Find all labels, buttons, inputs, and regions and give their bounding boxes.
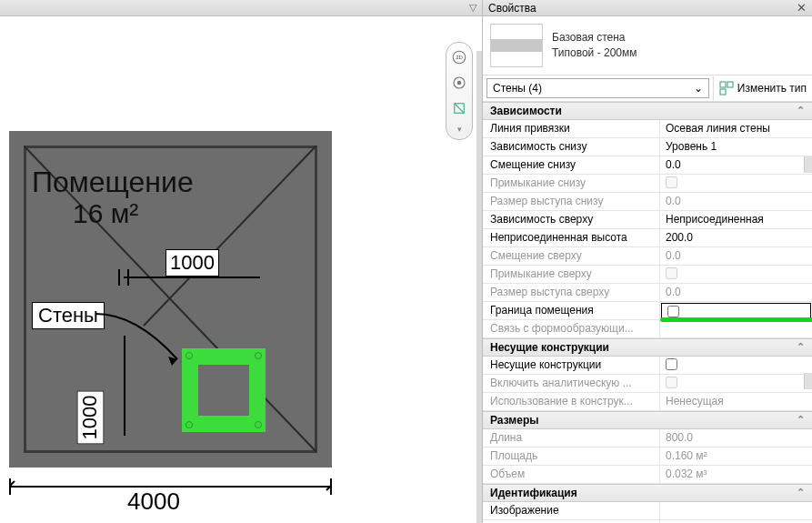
view-navbar: 2D ▾ xyxy=(446,42,473,140)
property-row[interactable]: Длина800.0 xyxy=(483,429,812,448)
property-value[interactable] xyxy=(660,502,812,519)
edit-type-icon xyxy=(719,81,734,96)
property-checkbox xyxy=(666,377,677,388)
group-header[interactable]: Несущие конструкции⌃ xyxy=(483,338,812,357)
property-value[interactable]: 0.160 м² xyxy=(660,448,812,465)
property-value[interactable]: 800.0 xyxy=(660,429,812,447)
property-row[interactable]: Зависимость сверхуНеприсоединенная xyxy=(483,211,812,229)
group-title: Размеры xyxy=(490,414,538,427)
property-row[interactable]: Смещение снизу0.0 xyxy=(483,156,812,175)
property-value[interactable]: 0.032 м³ xyxy=(660,466,812,483)
properties-panel: Свойства ✕ Базовая стена Типовой - 200мм… xyxy=(482,0,812,523)
property-row[interactable]: Несущие конструкции xyxy=(483,357,812,375)
group-header[interactable]: Идентификация⌃ xyxy=(483,484,812,502)
wall-outline[interactable]: Помещение 16 м² Стены 1000 1000 xyxy=(9,131,332,468)
element-filter-select[interactable]: Стены (4) ⌄ xyxy=(486,78,709,98)
property-checkbox[interactable] xyxy=(666,358,677,370)
property-row[interactable]: Площадь0.160 м² xyxy=(483,448,812,466)
property-label: Площадь xyxy=(483,448,660,465)
property-label: Линия привязки xyxy=(483,120,660,137)
property-row[interactable]: Изображение xyxy=(483,502,812,520)
property-value[interactable]: Уровень 1 xyxy=(660,138,812,156)
navbar-collapse-icon[interactable]: ▾ xyxy=(457,125,462,134)
bolt-icon xyxy=(255,421,262,428)
type-thumbnail xyxy=(490,24,543,67)
dimension-line-h xyxy=(124,277,260,278)
property-value[interactable]: 0.0 xyxy=(660,156,812,174)
property-value[interactable]: 0.0 xyxy=(660,193,812,210)
property-row[interactable]: Размер выступа снизу0.0 xyxy=(483,193,812,211)
property-row[interactable]: Смещение сверху0.0 xyxy=(483,247,812,266)
walls-tag[interactable]: Стены xyxy=(32,302,105,329)
scrollbar[interactable] xyxy=(804,373,812,389)
property-row[interactable]: Включить аналитическую ... xyxy=(483,375,812,393)
chevron-down-icon: ⌄ xyxy=(694,82,703,95)
property-label: Примыкание снизу xyxy=(483,175,660,192)
column-element[interactable] xyxy=(182,348,266,432)
property-label: Зависимость сверху xyxy=(483,211,660,228)
property-checkbox[interactable] xyxy=(667,306,679,317)
property-value[interactable]: Ненесущая xyxy=(660,393,812,410)
property-label: Объем xyxy=(483,466,660,483)
property-value[interactable] xyxy=(660,175,812,192)
property-row[interactable]: Примыкание сверху xyxy=(483,266,812,284)
edit-type-button[interactable]: Изменить тип xyxy=(713,76,812,100)
property-value[interactable]: Осевая линия стены xyxy=(660,120,812,137)
property-row[interactable]: Граница помещения xyxy=(483,302,812,320)
expand-icon[interactable]: ▽ xyxy=(469,2,476,14)
dimension-1000-h[interactable]: 1000 xyxy=(165,249,219,277)
property-row[interactable]: Линия привязкиОсевая линия стены xyxy=(483,120,812,138)
property-value[interactable]: 200.0 xyxy=(660,229,812,246)
properties-title: Свойства xyxy=(488,2,536,15)
dimension-4000[interactable]: 4000 xyxy=(127,488,180,516)
property-value[interactable]: Неприсоединенная xyxy=(660,211,812,228)
collapse-icon[interactable]: ⌃ xyxy=(797,105,805,117)
property-label: Примыкание сверху xyxy=(483,266,660,283)
property-label: Включить аналитическую ... xyxy=(483,375,660,392)
property-row[interactable]: Использование в конструк...Ненесущая xyxy=(483,393,812,411)
close-icon[interactable]: ✕ xyxy=(797,1,807,15)
properties-body[interactable]: Зависимости⌃Линия привязкиОсевая линия с… xyxy=(483,102,812,523)
property-value[interactable] xyxy=(660,266,812,283)
svg-point-3 xyxy=(457,81,462,85)
scrollbar[interactable] xyxy=(804,156,812,173)
property-row[interactable]: Объем0.032 м³ xyxy=(483,466,812,484)
pan-button[interactable] xyxy=(450,99,468,117)
property-value[interactable] xyxy=(661,303,811,318)
property-label: Смещение снизу xyxy=(483,156,660,174)
group-header[interactable]: Размеры⌃ xyxy=(483,411,812,429)
property-row[interactable]: Размер выступа сверху0.0 xyxy=(483,284,812,302)
room-name-label: Помещение xyxy=(32,166,194,199)
svg-rect-14 xyxy=(720,89,726,95)
property-label: Смещение сверху xyxy=(483,247,660,265)
type-selector[interactable]: Базовая стена Типовой - 200мм xyxy=(483,16,812,75)
group-title: Несущие конструкции xyxy=(490,341,609,354)
collapse-icon[interactable]: ⌃ xyxy=(797,487,805,499)
dimension-line-v xyxy=(124,336,125,436)
steering-wheel-button[interactable] xyxy=(450,74,468,92)
svg-rect-13 xyxy=(727,82,733,87)
bolt-icon xyxy=(185,421,193,428)
property-label: Неприсоединенная высота xyxy=(483,229,660,246)
property-label: Использование в конструк... xyxy=(483,393,660,410)
property-value[interactable]: 0.0 xyxy=(660,284,812,301)
drawing-canvas[interactable]: ▽ 2D ▾ Помещение 16 м² Стены xyxy=(0,0,482,523)
property-label: Размер выступа сверху xyxy=(483,284,660,301)
property-value[interactable] xyxy=(660,320,812,337)
collapse-icon[interactable]: ⌃ xyxy=(797,414,805,427)
property-row[interactable]: Неприсоединенная высота200.0 xyxy=(483,229,812,247)
property-value[interactable]: 0.0 xyxy=(660,247,812,265)
svg-rect-12 xyxy=(720,82,726,87)
property-value[interactable] xyxy=(660,375,812,392)
filter-value: Стены (4) xyxy=(493,82,542,95)
group-header[interactable]: Зависимости⌃ xyxy=(483,102,812,120)
collapse-icon[interactable]: ⌃ xyxy=(797,341,805,354)
property-label: Размер выступа снизу xyxy=(483,193,660,210)
dimension-1000-v[interactable]: 1000 xyxy=(76,391,104,445)
orient-2d-button[interactable]: 2D xyxy=(450,48,468,66)
property-value[interactable] xyxy=(660,357,812,374)
property-label: Связь с формообразующи... xyxy=(483,320,660,337)
property-row[interactable]: Зависимость снизуУровень 1 xyxy=(483,138,812,156)
property-row[interactable]: Примыкание снизу xyxy=(483,175,812,193)
property-row[interactable]: Связь с формообразующи... xyxy=(483,320,812,338)
